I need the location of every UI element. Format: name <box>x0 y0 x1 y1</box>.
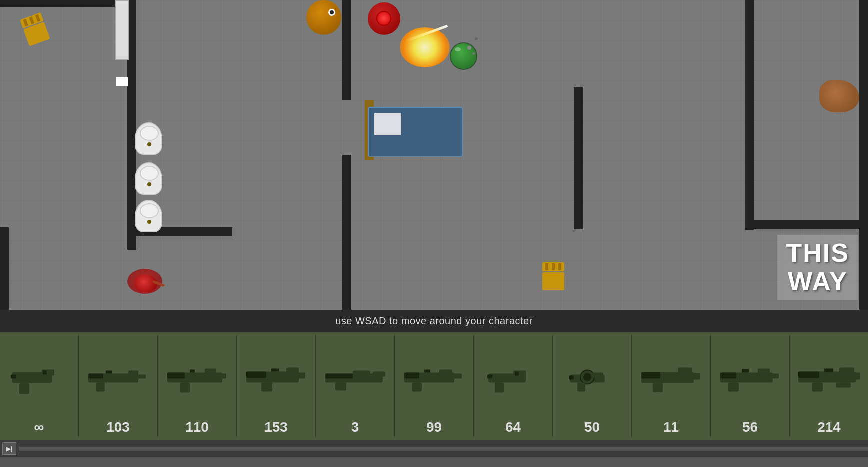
weapon-slot-0[interactable]: ∞ <box>0 335 79 437</box>
svg-rect-21 <box>298 372 305 378</box>
svg-rect-26 <box>335 382 346 390</box>
weapon-icon-6 <box>476 339 550 417</box>
weapon-bar: ∞ 103 <box>0 332 868 440</box>
gun-svg-8 <box>639 358 704 398</box>
svg-rect-22 <box>271 368 279 371</box>
svg-rect-3 <box>11 374 16 378</box>
bed-pillow <box>374 113 401 135</box>
weapon-slot-4[interactable]: 3 <box>316 335 395 437</box>
svg-rect-46 <box>678 367 692 374</box>
svg-rect-38 <box>515 371 519 375</box>
svg-rect-7 <box>88 373 103 378</box>
weapon-icon-0 <box>2 339 76 417</box>
weapon-ammo-6: 64 <box>505 419 521 435</box>
svg-rect-60 <box>855 372 860 379</box>
enemy-golden <box>306 0 341 35</box>
svg-rect-15 <box>190 369 195 372</box>
svg-rect-14 <box>167 372 185 378</box>
svg-rect-43 <box>577 382 585 391</box>
svg-rect-42 <box>592 372 603 377</box>
weapon-slot-7[interactable]: 50 <box>553 335 632 437</box>
svg-rect-62 <box>836 382 851 387</box>
weapon-slot-10[interactable]: 214 <box>790 335 868 437</box>
debris-2 <box>475 37 478 40</box>
weapon-icon-8 <box>634 339 708 417</box>
weapon-ammo-5: 99 <box>426 419 442 435</box>
wall-far-right <box>859 0 868 310</box>
svg-rect-4 <box>43 370 47 374</box>
toilet-3 <box>135 200 162 232</box>
weapon-slot-8[interactable]: 11 <box>632 335 711 437</box>
svg-rect-54 <box>770 373 779 378</box>
svg-rect-27 <box>353 370 370 376</box>
svg-rect-33 <box>424 369 430 372</box>
enemy-red <box>368 2 400 35</box>
svg-rect-36 <box>495 382 504 392</box>
weapon-slot-9[interactable]: 56 <box>711 335 790 437</box>
svg-rect-30 <box>412 382 422 391</box>
gun-svg-1 <box>86 358 151 398</box>
bottom-bar: ▶| <box>0 440 868 457</box>
hint-bar: use WSAD to move around your character <box>0 310 868 332</box>
gun-svg-4 <box>323 358 388 398</box>
svg-rect-48 <box>653 383 663 392</box>
chair-right <box>542 262 567 290</box>
toilet-1 <box>135 122 162 155</box>
svg-rect-19 <box>246 371 266 378</box>
svg-rect-24 <box>325 373 353 378</box>
gun-svg-7 <box>560 358 625 398</box>
this-way-sign: THIS WAY <box>777 235 858 300</box>
weapon-slot-3[interactable]: 153 <box>237 335 316 437</box>
svg-rect-51 <box>758 368 770 374</box>
weapon-ammo-7: 50 <box>584 419 600 435</box>
svg-rect-52 <box>728 382 739 391</box>
svg-rect-59 <box>812 382 823 391</box>
svg-rect-8 <box>106 370 112 373</box>
progress-bar[interactable] <box>19 447 868 451</box>
svg-rect-10 <box>136 374 146 378</box>
gun-svg-5 <box>402 358 467 398</box>
svg-rect-9 <box>96 382 105 391</box>
debris-1 <box>467 46 471 50</box>
weapon-slot-1[interactable]: 103 <box>79 335 158 437</box>
wall-top-h <box>0 0 127 7</box>
svg-rect-13 <box>180 382 190 392</box>
weapon-slot-2[interactable]: 110 <box>158 335 237 437</box>
weapon-slot-6[interactable]: 64 <box>474 335 553 437</box>
weapon-ammo-1: 103 <box>106 419 130 435</box>
weapon-slot-5[interactable]: 99 <box>395 335 474 437</box>
wall-left-bv <box>0 227 9 310</box>
weapon-ammo-9: 56 <box>742 419 758 435</box>
weapon-ammo-3: 153 <box>264 419 288 435</box>
weapon-icon-1 <box>81 339 155 417</box>
svg-rect-37 <box>487 374 492 378</box>
dead-enemy <box>132 272 162 292</box>
svg-rect-12 <box>205 368 216 374</box>
play-icon: ▶| <box>6 445 12 452</box>
svg-rect-25 <box>373 371 385 376</box>
hud-bar: use WSAD to move around your character ∞ <box>0 310 868 440</box>
player-character <box>450 42 477 70</box>
svg-rect-61 <box>824 368 833 372</box>
gun-svg-6 <box>481 358 546 398</box>
door-object <box>115 0 129 60</box>
svg-rect-55 <box>742 369 749 372</box>
svg-rect-49 <box>692 373 700 379</box>
weapon-ammo-8: 11 <box>663 419 679 435</box>
weapon-icon-2 <box>160 339 234 417</box>
svg-rect-2 <box>19 383 29 394</box>
weapon-icon-4 <box>318 339 392 417</box>
svg-rect-47 <box>641 372 660 378</box>
gun-svg-2 <box>165 358 230 398</box>
bed <box>368 107 463 157</box>
svg-rect-32 <box>452 373 462 378</box>
gun-svg-pistol <box>7 358 72 398</box>
svg-rect-16 <box>217 373 226 378</box>
rock-object <box>819 80 859 112</box>
play-button[interactable]: ▶| <box>2 442 16 455</box>
weapon-icon-9 <box>713 339 787 417</box>
weapon-ammo-4: 3 <box>351 419 359 435</box>
gun-svg-3 <box>244 358 309 398</box>
svg-rect-20 <box>261 382 272 391</box>
weapon-icon-3 <box>239 339 313 417</box>
